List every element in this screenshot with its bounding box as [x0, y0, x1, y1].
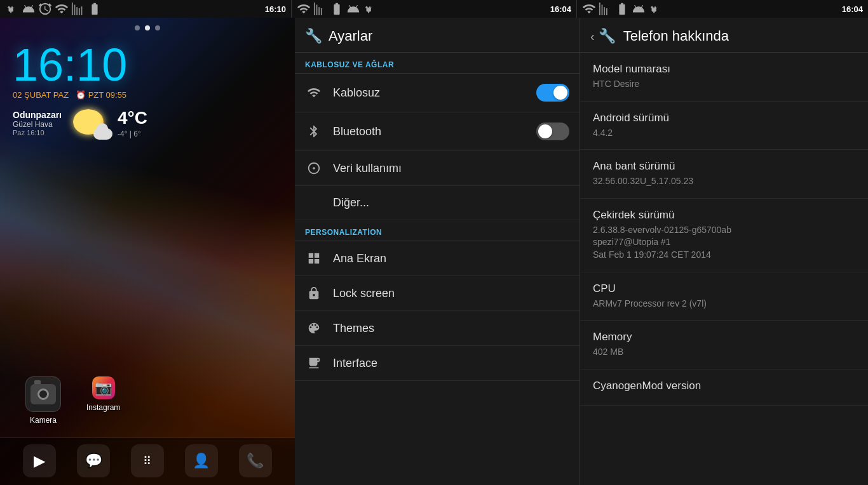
weather-icon	[73, 109, 106, 137]
info-cpu: CPU ARMv7 Processor rev 2 (v7l)	[580, 272, 868, 321]
wifi-toggle-thumb	[553, 86, 567, 100]
lockscreen-label: Lock screen	[333, 287, 569, 300]
usb-icon-right	[648, 2, 662, 16]
info-baseband: Ana bant sürümü 32.56.00.32U_5.17.05.23	[580, 150, 868, 199]
usb-icon-middle	[363, 2, 377, 16]
camera-body	[31, 384, 56, 404]
bluetooth-toggle[interactable]	[536, 123, 569, 140]
wifi-icon-middle	[297, 2, 311, 16]
info-kernel: Çekirdek sürümü 2.6.38.8-evervolv-02125-…	[580, 199, 868, 272]
baseband-value: 32.56.00.32U_5.17.05.23	[593, 175, 855, 188]
homescreen-icon	[305, 251, 323, 265]
dock-playstore[interactable]: ▶	[23, 444, 56, 477]
usb-icon	[5, 2, 19, 16]
android-value: 4.4.2	[593, 127, 855, 140]
signal-icon-middle	[313, 2, 327, 16]
bluetooth-toggle-thumb	[538, 124, 552, 138]
status-bar-left: 16:10	[0, 0, 292, 18]
app-icons: Kamera 📷 Instagram	[0, 376, 295, 437]
model-label: Model numarası	[593, 63, 855, 76]
battery-icon-right	[615, 2, 629, 16]
phone-info-header: ‹ 🔧 Telefon hakkında	[580, 18, 868, 53]
camera-icon-bg	[25, 376, 61, 412]
settings-item-interface[interactable]: Interface	[295, 346, 580, 381]
info-android: Android sürümü 4.4.2	[580, 102, 868, 150]
settings-item-bluetooth[interactable]: Bluetooth	[295, 112, 580, 151]
weather-range: -4° | 6°	[118, 130, 147, 138]
dock-contacts[interactable]: 👤	[185, 444, 218, 477]
model-value: HTC Desire	[593, 78, 855, 91]
settings-item-more[interactable]: Diğer...	[295, 186, 580, 220]
alarm-icon	[38, 2, 52, 16]
wifi-label: Kablosuz	[333, 86, 526, 100]
dot-3	[155, 25, 160, 30]
status-bar: 16:10 16:04 16:04	[0, 0, 868, 18]
bluetooth-svg	[307, 124, 321, 138]
info-list: Model numarası HTC Desire Android sürümü…	[580, 53, 868, 485]
phone-info-title: Telefon hakkında	[623, 28, 729, 44]
settings-item-data[interactable]: Veri kullanımı	[295, 151, 580, 186]
dock: ▶ 💬 ⠿ 👤 📞	[0, 437, 295, 485]
signal-icon-right	[599, 2, 613, 16]
signal-icon-left	[71, 2, 85, 16]
weather-widget: Odunpazarı Güzel Hava Paz 16:10 4°C -4° …	[0, 103, 295, 143]
camera-lens	[37, 389, 49, 400]
homescreen-svg	[307, 251, 321, 265]
themes-label: Themes	[333, 322, 569, 335]
kernel-value: 2.6.38.8-evervolv-02125-g65700ab spezi77…	[593, 224, 855, 262]
lockscreen-svg	[307, 286, 321, 300]
back-button[interactable]: ‹	[590, 29, 595, 44]
clock-time: 16:10	[13, 42, 282, 88]
homescreen-label: Ana Ekran	[333, 252, 569, 265]
app-camera[interactable]: Kamera	[25, 376, 61, 425]
dock-apps[interactable]: ⠿	[131, 444, 164, 477]
interface-label: Interface	[333, 357, 569, 370]
home-screen: 16:10 02 ŞUBAT PAZ ⏰ PZT 09:55 Odunpazar…	[0, 18, 295, 485]
data-label: Veri kullanımı	[333, 162, 569, 175]
android-label: Android sürümü	[593, 112, 855, 124]
section-personalization: PERSONALIZATİON	[295, 220, 580, 241]
settings-item-homescreen[interactable]: Ana Ekran	[295, 241, 580, 276]
wifi-icon-left	[55, 2, 69, 16]
settings-title: Ayarlar	[329, 28, 372, 44]
dock-messaging[interactable]: 💬	[77, 444, 110, 477]
app-instagram[interactable]: 📷 Instagram	[86, 376, 120, 425]
data-icon	[305, 161, 323, 175]
battery-icon-left	[88, 2, 102, 16]
settings-item-wifi[interactable]: Kablosuz	[295, 74, 580, 112]
data-svg	[307, 161, 321, 175]
interface-icon	[305, 356, 323, 370]
dot-2	[145, 25, 150, 30]
clock-date: 02 ŞUBAT PAZ ⏰ PZT 09:55	[13, 90, 282, 100]
wifi-icon-right	[582, 2, 596, 16]
main-content: 16:10 02 ŞUBAT PAZ ⏰ PZT 09:55 Odunpazar…	[0, 18, 868, 485]
bluetooth-icon	[305, 124, 323, 138]
dock-phone[interactable]: 📞	[239, 444, 272, 477]
status-bar-middle: 16:04	[292, 0, 577, 18]
instagram-icon: 📷	[92, 376, 115, 399]
android-icon-right	[632, 2, 646, 16]
android-icon-middle	[346, 2, 360, 16]
settings-panel: 🔧 Ayarlar KABLOSUZ VE AĞLAR Kablosuz	[295, 18, 580, 485]
settings-item-themes[interactable]: Themes	[295, 311, 580, 346]
cpu-value: ARMv7 Processor rev 2 (v7l)	[593, 298, 855, 310]
clock-widget: 16:10 02 ŞUBAT PAZ ⏰ PZT 09:55	[0, 36, 295, 103]
info-model: Model numarası HTC Desire	[580, 53, 868, 102]
status-icons-right	[582, 2, 662, 16]
cyanogen-label: CyanogenMod version	[593, 380, 855, 392]
themes-icon	[305, 321, 323, 335]
weather-time: Paz 16:10	[13, 129, 62, 136]
info-memory: Memory 402 MB	[580, 321, 868, 369]
bluetooth-label: Bluetooth	[333, 125, 526, 138]
playstore-icon: ▶	[34, 452, 45, 470]
cpu-label: CPU	[593, 282, 855, 295]
status-time-middle: 16:04	[550, 4, 571, 14]
status-bar-right: 16:04	[577, 0, 868, 18]
settings-header-icon: 🔧	[305, 28, 322, 44]
settings-item-lockscreen[interactable]: Lock screen	[295, 276, 580, 311]
wifi-toggle[interactable]	[536, 84, 569, 102]
weather-description: Güzel Hava	[13, 120, 62, 129]
status-icons-middle	[297, 2, 377, 16]
page-dots	[0, 18, 295, 36]
status-time-left: 16:10	[265, 4, 286, 14]
